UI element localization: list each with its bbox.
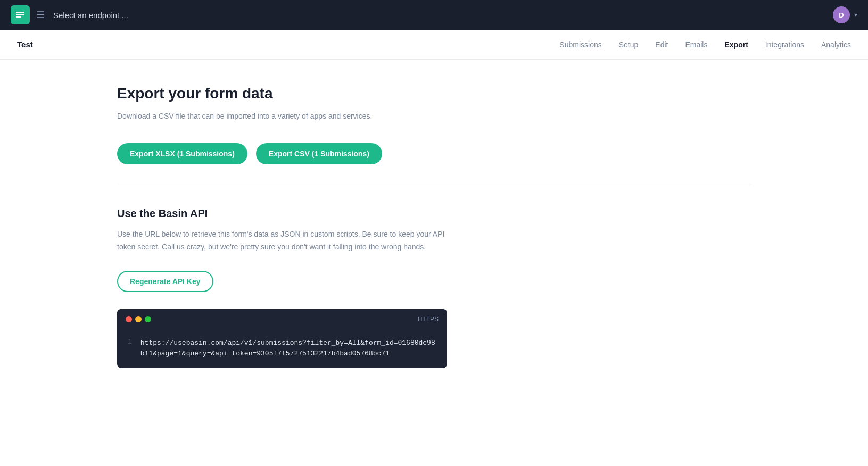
export-description: Download a CSV file that can be imported… <box>117 111 751 122</box>
api-url[interactable]: https://usebasin.com/api/v1/submissions?… <box>140 338 436 360</box>
line-number: 1 <box>128 338 132 360</box>
svg-rect-0 <box>16 12 24 13</box>
tab-submissions[interactable]: Submissions <box>559 38 601 51</box>
main-content: Export your form data Download a CSV fil… <box>0 60 868 466</box>
code-label: HTTPS <box>418 315 439 323</box>
traffic-light-yellow <box>135 316 142 322</box>
traffic-lights <box>126 316 151 322</box>
top-bar-right: D ▾ <box>833 6 857 23</box>
traffic-light-red <box>126 316 132 322</box>
page-title: Export your form data <box>117 85 751 102</box>
code-body: 1 https://usebasin.com/api/v1/submission… <box>117 329 447 369</box>
svg-rect-1 <box>16 14 24 16</box>
top-bar-left: ☰ Select an endpoint ... <box>11 5 128 24</box>
secondary-nav: Test Submissions Setup Edit Emails Expor… <box>0 30 868 60</box>
export-buttons: Export XLSX (1 Submissions) Export CSV (… <box>117 143 751 164</box>
api-section-title: Use the Basin API <box>117 207 751 220</box>
regenerate-api-key-button[interactable]: Regenerate API Key <box>117 271 213 292</box>
tab-export[interactable]: Export <box>724 38 748 51</box>
traffic-light-green <box>145 316 151 322</box>
chevron-down-icon[interactable]: ▾ <box>854 11 857 19</box>
code-block: HTTPS 1 https://usebasin.com/api/v1/subm… <box>117 309 447 369</box>
logo-icon <box>11 5 30 24</box>
code-header: HTTPS <box>117 309 447 329</box>
avatar[interactable]: D <box>833 6 850 23</box>
nav-links: Submissions Setup Edit Emails Export Int… <box>559 38 851 51</box>
section-divider <box>117 186 751 186</box>
tab-edit[interactable]: Edit <box>655 38 668 51</box>
hamburger-icon[interactable]: ☰ <box>36 9 45 21</box>
api-description: Use the URL below to retrieve this form'… <box>117 228 447 254</box>
export-xlsx-button[interactable]: Export XLSX (1 Submissions) <box>117 143 247 164</box>
tab-setup[interactable]: Setup <box>619 38 639 51</box>
endpoint-selector[interactable]: Select an endpoint ... <box>53 11 128 20</box>
tab-analytics[interactable]: Analytics <box>821 38 851 51</box>
top-bar: ☰ Select an endpoint ... D ▾ <box>0 0 868 30</box>
svg-rect-2 <box>16 16 21 18</box>
export-csv-button[interactable]: Export CSV (1 Submissions) <box>256 143 382 164</box>
form-title: Test <box>17 40 33 49</box>
tab-emails[interactable]: Emails <box>685 38 707 51</box>
tab-integrations[interactable]: Integrations <box>765 38 804 51</box>
